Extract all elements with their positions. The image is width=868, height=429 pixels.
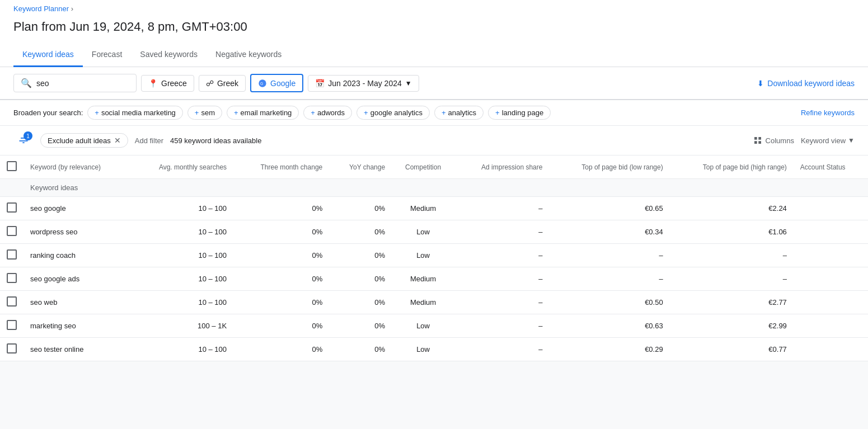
suggest-chip-adwords[interactable]: + adwords xyxy=(303,106,352,120)
add-filter-button[interactable]: Add filter xyxy=(135,136,163,145)
refine-keywords-link[interactable]: Refine keywords xyxy=(801,109,855,117)
row-checkbox-6[interactable] xyxy=(7,343,17,353)
cell-top-bid-high: €2.99 xyxy=(670,314,794,338)
tab-forecast[interactable]: Forecast xyxy=(83,43,131,67)
date-range-chip[interactable]: 📅 Jun 2023 - May 2024 ▼ xyxy=(308,75,419,92)
columns-label: Columns xyxy=(766,136,794,145)
section-label: Keyword ideas xyxy=(24,179,868,197)
exclude-chip-label: Exclude adult ideas xyxy=(48,136,111,145)
cell-top-bid-high: – xyxy=(670,267,794,291)
keyword-view-label: Keyword view xyxy=(801,136,846,145)
search-input[interactable] xyxy=(36,79,126,88)
col-header-three-month: Three month change xyxy=(233,155,329,179)
table-wrap: Keyword (by relevance) Avg. monthly sear… xyxy=(0,155,868,361)
cell-avg-monthly: 10 – 100 xyxy=(130,244,233,267)
cell-yoy: 0% xyxy=(329,244,392,267)
cell-top-bid-low: €0.29 xyxy=(549,338,669,361)
plus-icon: + xyxy=(95,109,99,117)
row-checkbox-4[interactable] xyxy=(7,296,17,307)
suggest-chip-email-marketing[interactable]: + email marketing xyxy=(227,106,299,120)
cell-keyword: seo tester online xyxy=(24,338,130,361)
cell-yoy: 0% xyxy=(329,267,392,291)
row-checkbox-0[interactable] xyxy=(7,202,17,213)
tab-keyword-ideas[interactable]: Keyword ideas xyxy=(13,43,83,67)
col-header-avg-monthly: Avg. monthly searches xyxy=(130,155,233,179)
download-button[interactable]: ⬇ Download keyword ideas xyxy=(757,79,855,88)
cell-keyword: wordpress seo xyxy=(24,220,130,244)
exclude-adult-chip: Exclude adult ideas ✕ xyxy=(40,133,128,148)
broaden-label: Broaden your search: xyxy=(13,109,83,117)
section-header-row: Keyword ideas xyxy=(0,179,868,197)
col-header-yoy: YoY change xyxy=(329,155,392,179)
table-row: seo google ads 10 – 100 0% 0% Medium – –… xyxy=(0,267,868,291)
page-title: Plan from Jun 19, 2024, 8 pm, GMT+03:00 xyxy=(0,17,868,43)
suggest-chip-google-analytics[interactable]: + google analytics xyxy=(356,106,430,120)
table-row: seo web 10 – 100 0% 0% Medium – €0.50 €2… xyxy=(0,291,868,314)
breadcrumb-link[interactable]: Keyword Planner xyxy=(13,4,69,13)
location-icon: 📍 xyxy=(148,79,158,88)
suggest-label: analytics xyxy=(448,109,477,117)
tab-saved-keywords[interactable]: Saved keywords xyxy=(131,43,207,67)
cell-top-bid-low: – xyxy=(549,244,669,267)
cell-ad-impression: – xyxy=(454,197,549,220)
search-box[interactable]: 🔍 xyxy=(13,74,137,92)
columns-button[interactable]: Columns xyxy=(753,136,794,145)
cell-ad-impression: – xyxy=(454,291,549,314)
cell-keyword: seo web xyxy=(24,291,130,314)
location-label: Greece xyxy=(161,79,187,88)
suggest-label: google analytics xyxy=(370,109,423,117)
row-checkbox-1[interactable] xyxy=(7,226,17,236)
search-icon: 🔍 xyxy=(21,78,32,88)
location-chip[interactable]: 📍 Greece xyxy=(141,75,194,92)
table-row: wordpress seo 10 – 100 0% 0% Low – €0.34… xyxy=(0,220,868,244)
keyword-view-chevron: ▼ xyxy=(848,136,855,144)
plus-icon: + xyxy=(495,109,500,117)
cell-competition: Low xyxy=(392,338,454,361)
suggest-label: sem xyxy=(201,109,215,117)
suggest-label: email marketing xyxy=(241,109,292,117)
cell-account-status xyxy=(794,244,868,267)
row-checkbox-3[interactable] xyxy=(7,273,17,283)
col-header-ad-impression: Ad impression share xyxy=(454,155,549,179)
suggest-chip-social-media[interactable]: + social media marketing xyxy=(87,106,183,120)
cell-competition: Medium xyxy=(392,291,454,314)
date-range-label: Jun 2023 - May 2024 xyxy=(328,79,402,88)
cell-yoy: 0% xyxy=(329,338,392,361)
cell-avg-monthly: 10 – 100 xyxy=(130,338,233,361)
language-chip[interactable]: ☍ Greek xyxy=(199,75,246,92)
cell-yoy: 0% xyxy=(329,314,392,338)
network-chip[interactable]: G Google xyxy=(250,74,303,92)
col-header-account-status: Account Status xyxy=(794,155,868,179)
col-header-top-bid-high: Top of page bid (high range) xyxy=(670,155,794,179)
cell-keyword: seo google xyxy=(24,197,130,220)
suggest-chip-landing-page[interactable]: + landing page xyxy=(488,106,551,120)
keyword-view-button[interactable]: Keyword view ▼ xyxy=(801,136,855,145)
cell-three-month: 0% xyxy=(233,197,329,220)
chevron-down-icon: ▼ xyxy=(405,79,412,87)
cell-avg-monthly: 10 – 100 xyxy=(130,291,233,314)
cell-three-month: 0% xyxy=(233,291,329,314)
cell-avg-monthly: 10 – 100 xyxy=(130,267,233,291)
broaden-bar: Broaden your search: + social media mark… xyxy=(0,100,868,126)
suggest-chip-sem[interactable]: + sem xyxy=(187,106,222,120)
col-header-keyword: Keyword (by relevance) xyxy=(24,155,130,179)
cell-competition: Medium xyxy=(392,197,454,220)
row-checkbox-2[interactable] xyxy=(7,249,17,260)
suggest-chip-analytics[interactable]: + analytics xyxy=(434,106,484,120)
keywords-table: Keyword (by relevance) Avg. monthly sear… xyxy=(0,155,868,361)
cell-competition: Low xyxy=(392,314,454,338)
calendar-icon: 📅 xyxy=(315,79,325,88)
cell-three-month: 0% xyxy=(233,267,329,291)
download-label: Download keyword ideas xyxy=(767,79,855,88)
cell-account-status xyxy=(794,267,868,291)
cell-competition: Low xyxy=(392,220,454,244)
remove-exclude-icon[interactable]: ✕ xyxy=(114,136,121,145)
row-checkbox-5[interactable] xyxy=(7,320,17,330)
cell-three-month: 0% xyxy=(233,314,329,338)
cell-competition: Low xyxy=(392,244,454,267)
tab-negative-keywords[interactable]: Negative keywords xyxy=(207,43,290,67)
filter-bar: 🔍 📍 Greece ☍ Greek G Google 📅 Jun 2023 -… xyxy=(0,67,868,100)
filter-icon-button[interactable]: 1 xyxy=(13,130,34,150)
cell-keyword: ranking coach xyxy=(24,244,130,267)
select-all-checkbox[interactable] xyxy=(7,161,17,171)
